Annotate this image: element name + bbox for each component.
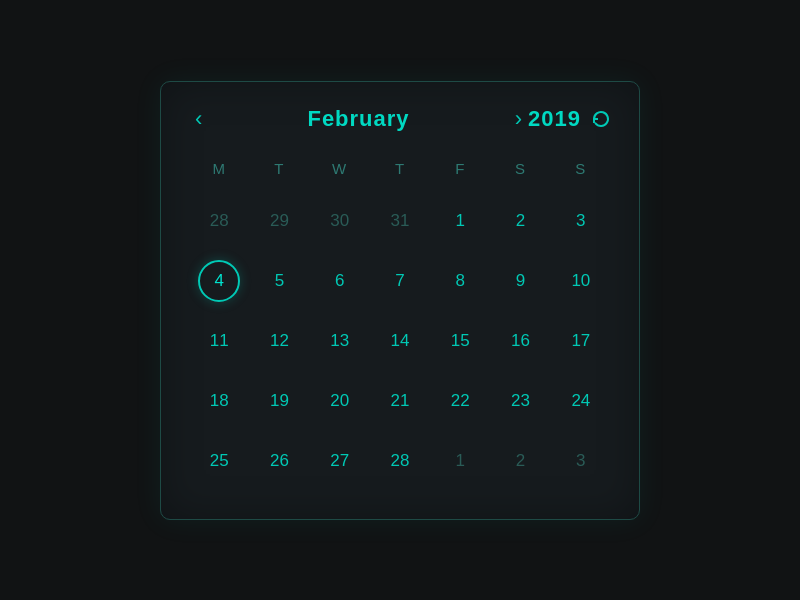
day-cell-w1-d0: 4 [189,251,249,311]
day-6[interactable]: 6 [335,259,344,303]
day-cell-w2-d3: 14 [370,311,430,371]
day-cell-w4-d4: 1 [430,431,490,491]
day-cell-w3-d5: 23 [490,371,550,431]
day-cell-w3-d2: 20 [310,371,370,431]
day-9[interactable]: 9 [516,259,525,303]
day-27[interactable]: 27 [330,439,349,483]
day-21[interactable]: 21 [391,379,410,423]
day-1[interactable]: 1 [456,199,465,243]
day-13[interactable]: 13 [330,319,349,363]
day-cell-w2-d1: 12 [249,311,309,371]
dow-header-5: S [490,154,550,191]
day-3[interactable]: 3 [576,199,585,243]
day-cell-w2-d2: 13 [310,311,370,371]
day-24[interactable]: 24 [571,379,590,423]
day-17[interactable]: 17 [571,319,590,363]
day-cell-w0-d4: 1 [430,191,490,251]
dow-header-3: T [370,154,430,191]
calendar-header: ‹ February › 2019 [189,106,611,132]
day-12[interactable]: 12 [270,319,289,363]
refresh-icon [591,109,611,129]
day-cell-w3-d1: 19 [249,371,309,431]
day-cell-w4-d3: 28 [370,431,430,491]
dow-header-2: W [310,154,370,191]
dow-header-1: T [249,154,309,191]
day-31-other: 31 [391,199,410,243]
day-cell-w2-d4: 15 [430,311,490,371]
day-cell-w1-d6: 10 [551,251,611,311]
month-label: February [208,106,508,132]
day-cell-w0-d1: 29 [249,191,309,251]
calendar-grid: MTWTFSS282930311234567891011121314151617… [189,154,611,491]
day-cell-w1-d4: 8 [430,251,490,311]
day-cell-w4-d2: 27 [310,431,370,491]
day-cell-w0-d5: 2 [490,191,550,251]
prev-month-button[interactable]: ‹ [189,108,208,130]
day-10[interactable]: 10 [571,259,590,303]
day-28[interactable]: 28 [391,439,410,483]
day-18[interactable]: 18 [210,379,229,423]
day-cell-w1-d3: 7 [370,251,430,311]
dow-header-0: M [189,154,249,191]
day-1-other: 1 [456,439,465,483]
day-cell-w3-d4: 22 [430,371,490,431]
next-month-button[interactable]: › [509,108,528,130]
day-cell-w4-d0: 25 [189,431,249,491]
day-cell-w2-d6: 17 [551,311,611,371]
day-cell-w3-d3: 21 [370,371,430,431]
day-3-other: 3 [576,439,585,483]
day-cell-w3-d6: 24 [551,371,611,431]
day-cell-w1-d1: 5 [249,251,309,311]
refresh-button[interactable] [591,109,611,129]
dow-header-6: S [551,154,611,191]
day-15[interactable]: 15 [451,319,470,363]
day-25[interactable]: 25 [210,439,229,483]
day-cell-w2-d0: 11 [189,311,249,371]
day-cell-w4-d1: 26 [249,431,309,491]
day-cell-w4-d5: 2 [490,431,550,491]
day-cell-w2-d5: 16 [490,311,550,371]
day-4[interactable]: 4 [198,260,240,302]
day-11[interactable]: 11 [210,319,229,363]
day-20[interactable]: 20 [330,379,349,423]
year-label: 2019 [528,106,581,132]
day-cell-w4-d6: 3 [551,431,611,491]
day-22[interactable]: 22 [451,379,470,423]
calendar-widget: ‹ February › 2019 MTWTFSS282930311234567… [160,81,640,520]
day-14[interactable]: 14 [391,319,410,363]
day-cell-w1-d2: 6 [310,251,370,311]
day-28-other: 28 [210,199,229,243]
day-cell-w0-d6: 3 [551,191,611,251]
day-23[interactable]: 23 [511,379,530,423]
day-16[interactable]: 16 [511,319,530,363]
day-cell-w0-d2: 30 [310,191,370,251]
day-30-other: 30 [330,199,349,243]
day-26[interactable]: 26 [270,439,289,483]
day-5[interactable]: 5 [275,259,284,303]
day-8[interactable]: 8 [456,259,465,303]
dow-header-4: F [430,154,490,191]
day-2[interactable]: 2 [516,199,525,243]
day-19[interactable]: 19 [270,379,289,423]
day-29-other: 29 [270,199,289,243]
day-cell-w3-d0: 18 [189,371,249,431]
day-2-other: 2 [516,439,525,483]
day-7[interactable]: 7 [395,259,404,303]
day-cell-w0-d0: 28 [189,191,249,251]
day-cell-w0-d3: 31 [370,191,430,251]
day-cell-w1-d5: 9 [490,251,550,311]
